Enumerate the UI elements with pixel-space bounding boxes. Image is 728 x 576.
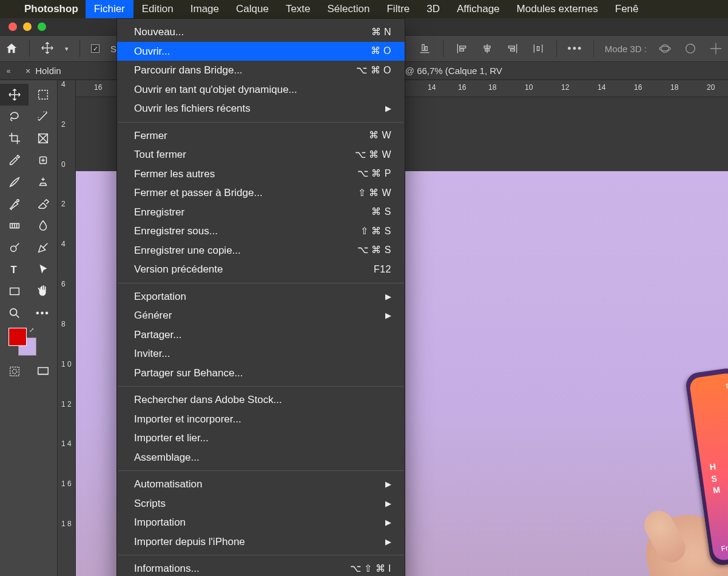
pan-3d-icon[interactable]: [709, 41, 723, 56]
menu-item[interactable]: Nouveau...⌘ N: [117, 22, 405, 42]
edit-toolbar-icon[interactable]: •••: [29, 302, 57, 324]
menu-item[interactable]: Inviter...: [117, 344, 405, 364]
screen-mode-icon[interactable]: [29, 361, 57, 382]
crop-tool[interactable]: [0, 127, 29, 149]
menu-fichier[interactable]: Fichier: [86, 0, 133, 18]
menu-item[interactable]: Importer et lier...: [117, 429, 405, 448]
menu-item[interactable]: Partager...: [117, 325, 405, 345]
menu-item[interactable]: Enregistrer une copie...⌥ ⌘ S: [117, 241, 405, 260]
menu-item[interactable]: Automatisation▶: [117, 475, 405, 494]
traffic-light-close[interactable]: [8, 22, 17, 31]
auto-select-checkbox[interactable]: ✓: [91, 44, 99, 53]
type-tool[interactable]: T: [0, 259, 29, 280]
align-hcenter-icon[interactable]: [480, 41, 494, 56]
menu-item[interactable]: Ouvrir...⌘ O: [117, 42, 405, 61]
menu-item[interactable]: Fermer les autres⌥ ⌘ P: [117, 164, 405, 184]
menu-3d[interactable]: 3D: [418, 0, 448, 18]
menu-edition[interactable]: Edition: [133, 0, 182, 18]
swap-colors-icon[interactable]: ⤢: [29, 327, 34, 333]
menu-item-label: Exportation: [134, 289, 186, 305]
quick-mask-icon[interactable]: [0, 361, 29, 382]
magic-wand-tool[interactable]: [29, 106, 57, 127]
submenu-arrow-icon: ▶: [385, 291, 391, 303]
menu-item[interactable]: Version précédenteF12: [117, 260, 405, 279]
pen-tool[interactable]: [29, 237, 57, 259]
menu-item[interactable]: Ouvrir en tant qu'objet dynamique...: [117, 80, 405, 100]
align-right-icon[interactable]: [505, 41, 520, 56]
menu-item-label: Fermer: [134, 128, 167, 144]
divider: [443, 40, 443, 57]
lasso-tool[interactable]: [0, 106, 29, 127]
menu-item[interactable]: Assemblage...: [117, 448, 405, 467]
menu-affichage[interactable]: Affichage: [448, 0, 508, 18]
color-swatches[interactable]: ⤢: [0, 324, 57, 357]
menu-item[interactable]: Partager sur Behance...: [117, 364, 405, 383]
rectangle-tool[interactable]: [0, 280, 29, 302]
menu-shortcut: ⌥ ⌘ O: [356, 63, 391, 78]
foreground-color[interactable]: [8, 328, 27, 346]
rotate-3d-icon[interactable]: [683, 41, 698, 56]
brush-tool[interactable]: [0, 171, 29, 193]
menu-item-label: Générer: [134, 308, 172, 324]
dropdown-caret-icon[interactable]: ▾: [65, 45, 69, 53]
close-tab-icon[interactable]: ×: [25, 66, 30, 76]
menu-item[interactable]: Exportation▶: [117, 287, 405, 307]
svg-point-13: [12, 369, 16, 373]
menu-item[interactable]: Importer depuis l'iPhone▶: [117, 532, 405, 552]
marquee-tool[interactable]: [29, 84, 57, 106]
move-tool-icon[interactable]: [41, 41, 54, 56]
blur-tool[interactable]: [29, 215, 57, 237]
eyedropper-tool[interactable]: [0, 149, 29, 171]
align-left-icon[interactable]: [454, 41, 469, 56]
menu-item[interactable]: Ouvrir les fichiers récents▶: [117, 99, 405, 118]
menu-filtre[interactable]: Filtre: [378, 0, 418, 18]
menu-shortcut: ⌥ ⌘ W: [355, 147, 392, 162]
menu-item[interactable]: Enregistrer⌘ S: [117, 203, 405, 222]
menu-item[interactable]: Fermer et passer à Bridge...⇧ ⌘ W: [117, 183, 405, 203]
menu-texte[interactable]: Texte: [277, 0, 319, 18]
menu-item-label: Inviter...: [134, 346, 170, 362]
menu-item[interactable]: Enregistrer sous...⇧ ⌘ S: [117, 222, 405, 241]
menu-item[interactable]: Scripts▶: [117, 494, 405, 513]
menu-modules-externes[interactable]: Modules externes: [508, 0, 607, 18]
menu-item[interactable]: Fermer⌘ W: [117, 126, 405, 146]
panel-collapse-icon[interactable]: «: [0, 67, 17, 75]
document-tab[interactable]: × Holdin: [17, 62, 70, 80]
menu-calque[interactable]: Calque: [228, 0, 277, 18]
distribute-icon[interactable]: [531, 41, 545, 56]
menu-fenetre[interactable]: Fenê: [607, 0, 647, 18]
zoom-tool[interactable]: [0, 302, 29, 324]
menu-item[interactable]: Tout fermer⌥ ⌘ W: [117, 145, 405, 164]
more-icon[interactable]: •••: [568, 41, 582, 56]
traffic-light-zoom[interactable]: [38, 22, 46, 31]
menu-item[interactable]: Importation▶: [117, 513, 405, 532]
ruler-tick: 2: [58, 120, 75, 160]
app-name[interactable]: Photoshop: [17, 3, 86, 15]
menu-item[interactable]: Parcourir dans Bridge...⌥ ⌘ O: [117, 61, 405, 80]
frame-tool[interactable]: [29, 127, 57, 149]
history-brush-tool[interactable]: [0, 193, 29, 215]
eraser-tool[interactable]: [29, 193, 57, 215]
menu-item[interactable]: Informations...⌥ ⇧ ⌘ I: [117, 559, 405, 576]
svg-rect-10: [10, 288, 19, 295]
menu-item[interactable]: Générer▶: [117, 306, 405, 325]
traffic-light-minimize[interactable]: [23, 22, 32, 31]
healing-brush-tool[interactable]: [29, 149, 57, 171]
menu-item[interactable]: Importer et incorporer...: [117, 410, 405, 429]
move-tool[interactable]: [0, 84, 29, 106]
path-selection-tool[interactable]: [29, 259, 57, 280]
ruler-tick: 16: [634, 83, 642, 92]
gradient-tool[interactable]: [0, 215, 29, 237]
menu-image[interactable]: Image: [182, 0, 228, 18]
hand-tool[interactable]: [29, 280, 57, 302]
clone-stamp-tool[interactable]: [29, 171, 57, 193]
ruler-tick: 2: [58, 200, 75, 240]
orbit-3d-icon[interactable]: [658, 41, 672, 56]
menu-selection[interactable]: Sélection: [319, 0, 379, 18]
dodge-tool[interactable]: [0, 237, 29, 259]
menu-item[interactable]: Rechercher dans Adobe Stock...: [117, 390, 405, 410]
menu-item-label: Assemblage...: [134, 450, 200, 466]
align-bottom-icon[interactable]: [417, 41, 432, 56]
home-icon[interactable]: [5, 42, 18, 55]
svg-rect-3: [38, 90, 47, 100]
